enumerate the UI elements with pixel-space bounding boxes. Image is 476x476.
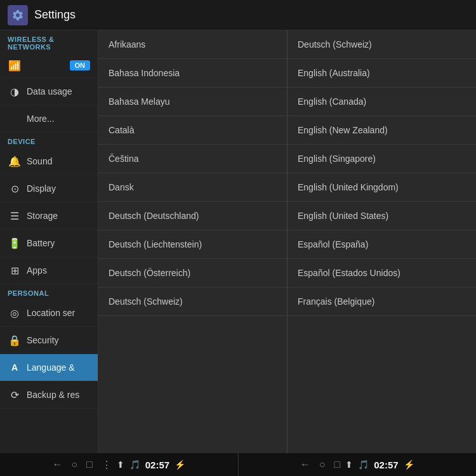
language-item[interactable]: Bahasa Indonesia	[98, 59, 287, 88]
language-column-left: AfrikaansBahasa IndonesiaBahasa MelayuCa…	[98, 30, 288, 453]
language-item[interactable]: Français (Belgique)	[288, 288, 476, 316]
sidebar-item-language[interactable]: A Language &	[0, 354, 98, 381]
storage-icon: ☰	[8, 209, 22, 223]
page-title: Settings	[34, 8, 76, 22]
menu-icon[interactable]: ⋮	[102, 459, 112, 471]
sidebar-item-storage[interactable]: ☰ Storage	[0, 202, 98, 230]
top-bar: Settings	[0, 0, 476, 30]
recents-icon-right[interactable]: □	[334, 459, 341, 470]
sidebar-item-language-label: Language &	[27, 362, 75, 373]
language-item[interactable]: English (United States)	[288, 202, 476, 230]
nav-icons-left: ← ○ □ ⋮	[52, 459, 111, 471]
language-item[interactable]: English (New Zealand)	[288, 116, 476, 145]
sidebar: WIRELESS & NETWORKS 📶 ON ◑ Data usage Mo…	[0, 30, 98, 453]
usb-icon-right: ⬆	[345, 459, 353, 470]
security-icon: 🔒	[8, 333, 22, 347]
battery-icon: 🔋	[8, 236, 22, 250]
language-item[interactable]: English (United Kingdom)	[288, 173, 476, 202]
sidebar-item-security[interactable]: 🔒 Security	[0, 327, 98, 354]
back-icon-right[interactable]: ←	[300, 459, 310, 470]
battery-status-right: ⚡	[404, 459, 414, 470]
sidebar-item-security-label: Security	[27, 335, 59, 345]
sidebar-item-storage-label: Storage	[27, 211, 58, 221]
sidebar-item-backup-label: Backup & res	[27, 390, 79, 400]
sound-icon: 🔔	[8, 154, 22, 168]
audio-icon-left: 🎵	[129, 459, 140, 470]
audio-icon-right: 🎵	[358, 459, 369, 470]
sidebar-item-wifi[interactable]: 📶 ON	[0, 53, 98, 78]
language-item[interactable]: Español (Estados Unidos)	[288, 259, 476, 288]
sidebar-item-sound-label: Sound	[27, 156, 52, 166]
more-icon	[8, 112, 22, 126]
language-item[interactable]: Deutsch (Schweiz)	[288, 30, 476, 59]
sidebar-item-backup[interactable]: ⟳ Backup & res	[0, 381, 98, 409]
sidebar-item-location-label: Location ser	[27, 308, 75, 318]
home-icon-right[interactable]: ○	[319, 459, 326, 470]
location-icon: ◎	[8, 306, 22, 320]
settings-app-icon	[8, 5, 28, 25]
language-icon: A	[8, 360, 22, 374]
section-device-header: DEVICE	[0, 133, 98, 148]
language-item[interactable]: English (Australia)	[288, 59, 476, 88]
sidebar-item-more-label: More...	[27, 114, 55, 124]
main-content: WIRELESS & NETWORKS 📶 ON ◑ Data usage Mo…	[0, 30, 476, 453]
language-item[interactable]: English (Singapore)	[288, 145, 476, 173]
status-left: ← ○ □ ⋮ ⬆ 🎵 02:57 ⚡	[0, 459, 238, 471]
sidebar-item-location[interactable]: ◎ Location ser	[0, 300, 98, 327]
usb-icon-left: ⬆	[117, 459, 124, 470]
apps-icon: ⊞	[8, 263, 22, 277]
sidebar-item-battery-label: Battery	[27, 238, 55, 248]
sidebar-item-apps-label: Apps	[27, 265, 47, 275]
display-icon: ⊙	[8, 182, 22, 195]
recents-icon[interactable]: □	[86, 459, 93, 470]
time-right: 02:57	[374, 459, 398, 470]
language-item[interactable]: Čeština	[98, 145, 287, 173]
sidebar-item-battery[interactable]: 🔋 Battery	[0, 230, 98, 257]
section-wireless-header: WIRELESS & NETWORKS	[0, 30, 98, 53]
language-item[interactable]: English (Canada)	[288, 88, 476, 116]
nav-icons-right: ← ○ □	[300, 459, 340, 470]
status-right: ← ○ □ ⬆ 🎵 02:57 ⚡	[239, 459, 477, 470]
section-personal-header: PERSONAL	[0, 284, 98, 300]
language-item[interactable]: Afrikaans	[98, 30, 287, 59]
language-item[interactable]: Deutsch (Schweiz)	[98, 288, 287, 316]
language-item[interactable]: Deutsch (Österreich)	[98, 259, 287, 288]
home-icon[interactable]: ○	[71, 459, 77, 470]
battery-status-left: ⚡	[175, 459, 185, 470]
time-left: 02:57	[145, 459, 169, 470]
language-item[interactable]: Català	[98, 116, 287, 145]
sidebar-item-data-usage-label: Data usage	[27, 86, 72, 96]
wifi-icon: 📶	[8, 58, 22, 72]
language-item[interactable]: Deutsch (Liechtenstein)	[98, 230, 287, 259]
sidebar-item-data-usage[interactable]: ◑ Data usage	[0, 78, 98, 105]
sidebar-item-display-label: Display	[27, 183, 56, 194]
language-panel: AfrikaansBahasa IndonesiaBahasa MelayuCa…	[98, 30, 476, 453]
language-item[interactable]: Deutsch (Deutschland)	[98, 202, 287, 230]
language-item[interactable]: Dansk	[98, 173, 287, 202]
language-column-right: Deutsch (Schweiz)English (Australia)Engl…	[288, 30, 476, 453]
sidebar-item-more[interactable]: More...	[0, 105, 98, 133]
wifi-toggle-on[interactable]: ON	[70, 60, 91, 70]
status-bar: ← ○ □ ⋮ ⬆ 🎵 02:57 ⚡ ← ○ □ ⬆ 🎵 02:57 ⚡	[0, 453, 476, 476]
sidebar-item-apps[interactable]: ⊞ Apps	[0, 257, 98, 284]
language-item[interactable]: Bahasa Melayu	[98, 88, 287, 116]
backup-icon: ⟳	[8, 388, 22, 402]
language-item[interactable]: Español (España)	[288, 230, 476, 259]
sidebar-item-sound[interactable]: 🔔 Sound	[0, 148, 98, 175]
sidebar-item-display[interactable]: ⊙ Display	[0, 175, 98, 202]
back-icon[interactable]: ←	[52, 459, 62, 470]
data-usage-icon: ◑	[8, 84, 22, 98]
